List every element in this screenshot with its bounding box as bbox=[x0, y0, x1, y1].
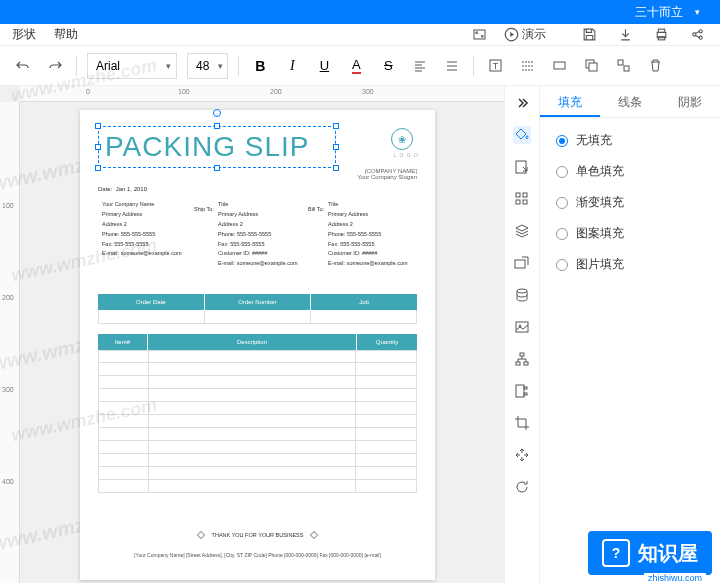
shape-tool-icon[interactable] bbox=[513, 254, 531, 272]
radio-icon bbox=[556, 166, 568, 178]
text-tool-button[interactable]: T bbox=[484, 55, 506, 77]
svg-text:T: T bbox=[493, 61, 499, 71]
resize-handle[interactable] bbox=[95, 165, 101, 171]
font-family-select[interactable]: Arial bbox=[87, 53, 177, 79]
document-page[interactable]: PACKING SLIP ❀ L O G O [COMPANY NAME] Yo… bbox=[80, 110, 435, 580]
company-logo-icon: ❀ bbox=[391, 128, 413, 150]
selection-box[interactable]: PACKING SLIP bbox=[98, 126, 336, 168]
brand-badge: ? 知识屋 bbox=[588, 531, 712, 575]
underline-button[interactable]: U bbox=[313, 55, 335, 77]
radio-icon bbox=[556, 259, 568, 271]
svg-rect-29 bbox=[524, 393, 527, 395]
present-button[interactable]: 演示 bbox=[504, 24, 564, 46]
logo-label: L O G O bbox=[394, 152, 419, 158]
order-header-row: Order DateOrder NumberJob bbox=[98, 294, 417, 310]
italic-button[interactable]: I bbox=[281, 55, 303, 77]
component-tool-icon[interactable] bbox=[513, 382, 531, 400]
resize-handle[interactable] bbox=[95, 123, 101, 129]
horizontal-ruler: 0100200300 bbox=[20, 86, 504, 102]
svg-rect-20 bbox=[515, 260, 525, 268]
menu-bar: 形状 帮助 演示 bbox=[0, 24, 720, 46]
vertical-ruler: 100200300400 bbox=[0, 102, 20, 583]
properties-panel: 填充 线条 阴影 无填充 单色填充 渐变填充 图案填充 图片填充 www.wmz… bbox=[540, 86, 720, 583]
canvas[interactable]: 0100200300 100200300400 www.wmzhe.com ww… bbox=[0, 86, 504, 583]
radio-icon bbox=[556, 197, 568, 209]
fill-gradient-option[interactable]: 渐变填充 bbox=[556, 194, 704, 211]
strike-button[interactable]: S bbox=[377, 55, 399, 77]
brand-url: zhishiwu.com bbox=[644, 573, 706, 583]
align-v-button[interactable] bbox=[441, 55, 463, 77]
date-field: Date: Jan 1, 2010 bbox=[98, 186, 147, 192]
fill-solid-option[interactable]: 单色填充 bbox=[556, 163, 704, 180]
resize-handle[interactable] bbox=[333, 165, 339, 171]
ship-to-label: Ship To: bbox=[194, 206, 214, 212]
database-tool-icon[interactable] bbox=[513, 286, 531, 304]
layers-tool-icon[interactable] bbox=[513, 222, 531, 240]
svg-rect-3 bbox=[658, 29, 664, 32]
svg-rect-13 bbox=[618, 60, 623, 65]
refresh-tool-icon[interactable] bbox=[513, 478, 531, 496]
thank-you-text: THANK YOU FOR YOUR BUSINESS bbox=[80, 532, 435, 538]
crop-tool-icon[interactable] bbox=[513, 414, 531, 432]
tab-line[interactable]: 线条 bbox=[600, 86, 660, 117]
brand-logo-icon: ? bbox=[602, 539, 630, 567]
rotate-handle[interactable] bbox=[213, 109, 221, 117]
svg-rect-27 bbox=[516, 385, 524, 397]
svg-rect-24 bbox=[520, 353, 524, 356]
menu-help[interactable]: 帮助 bbox=[54, 26, 78, 43]
redo-button[interactable] bbox=[44, 55, 66, 77]
download-icon[interactable] bbox=[614, 24, 636, 46]
footer-contact: [Your Company Name] [Street Address], [C… bbox=[98, 552, 417, 558]
resize-handle[interactable] bbox=[214, 165, 220, 171]
bill-to-label: Bill To: bbox=[308, 206, 324, 212]
menu-shape[interactable]: 形状 bbox=[12, 26, 36, 43]
export-tool-icon[interactable] bbox=[513, 158, 531, 176]
expand-tool-icon[interactable] bbox=[513, 446, 531, 464]
user-menu[interactable]: 三十而立 bbox=[635, 4, 683, 21]
delete-button[interactable] bbox=[644, 55, 666, 77]
items-table bbox=[98, 350, 417, 493]
packing-slip-title[interactable]: PACKING SLIP bbox=[99, 127, 335, 167]
print-icon[interactable] bbox=[650, 24, 672, 46]
share-icon[interactable] bbox=[686, 24, 708, 46]
bold-button[interactable]: B bbox=[249, 55, 271, 77]
fit-screen-icon[interactable] bbox=[468, 24, 490, 46]
resize-handle[interactable] bbox=[333, 123, 339, 129]
tab-shadow[interactable]: 阴影 bbox=[660, 86, 720, 117]
svg-rect-14 bbox=[624, 66, 629, 71]
align-h-button[interactable] bbox=[409, 55, 431, 77]
svg-rect-10 bbox=[554, 62, 565, 69]
svg-rect-25 bbox=[516, 362, 520, 365]
resize-handle[interactable] bbox=[214, 123, 220, 129]
fill-pattern-option[interactable]: 图案填充 bbox=[556, 225, 704, 242]
grid-tool-icon[interactable] bbox=[513, 190, 531, 208]
undo-button[interactable] bbox=[12, 55, 34, 77]
svg-rect-12 bbox=[589, 63, 597, 71]
svg-rect-16 bbox=[516, 193, 520, 197]
save-icon[interactable] bbox=[578, 24, 600, 46]
resize-handle[interactable] bbox=[333, 144, 339, 150]
panel-tabs: 填充 线条 阴影 bbox=[540, 86, 720, 118]
fill-none-option[interactable]: 无填充 bbox=[556, 132, 704, 149]
ship-to-address: TitlePrimary AddressAddress 2 Phone: 555… bbox=[218, 200, 298, 269]
radio-icon bbox=[556, 135, 568, 147]
rect-tool-button[interactable] bbox=[548, 55, 570, 77]
font-size-select[interactable]: 48 bbox=[187, 53, 228, 79]
diamond-icon bbox=[310, 531, 318, 539]
fill-tool-icon[interactable] bbox=[513, 126, 531, 144]
order-data-row bbox=[98, 310, 417, 324]
tool-rail bbox=[504, 86, 540, 583]
group-button[interactable] bbox=[612, 55, 634, 77]
from-address: Your Company NamePrimary AddressAddress … bbox=[102, 200, 182, 259]
image-tool-icon[interactable] bbox=[513, 318, 531, 336]
copy-button[interactable] bbox=[580, 55, 602, 77]
hierarchy-tool-icon[interactable] bbox=[513, 350, 531, 368]
svg-rect-26 bbox=[524, 362, 528, 365]
resize-handle[interactable] bbox=[95, 144, 101, 150]
svg-rect-0 bbox=[474, 30, 485, 39]
font-color-button[interactable]: A bbox=[345, 55, 367, 77]
fill-image-option[interactable]: 图片填充 bbox=[556, 256, 704, 273]
line-style-button[interactable] bbox=[516, 55, 538, 77]
collapse-icon[interactable] bbox=[513, 94, 531, 112]
tab-fill[interactable]: 填充 bbox=[540, 86, 600, 117]
